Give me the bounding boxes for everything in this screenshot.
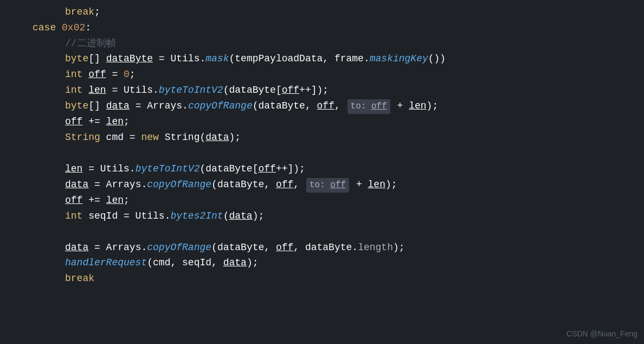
code-line-databyte: byte[] dataByte = Utils.mask(tempPayload… <box>0 51 644 67</box>
code-line-off-decl: int off = 0; <box>0 67 644 82</box>
code-line-data-decl: byte[] data = Arrays.copyOfRange(dataByt… <box>0 98 644 114</box>
kw-case: case <box>33 22 56 33</box>
code-line-off-plus2: off += len; <box>0 193 644 208</box>
code-line-len-decl: int len = Utils.byteToIntV2(dataByte[off… <box>0 82 644 98</box>
code-line-comment: //二进制帧 <box>0 36 644 52</box>
code-line-data3: data = Arrays.copyOfRange(dataByte, off,… <box>0 240 644 256</box>
code-line-blank2 <box>0 224 644 240</box>
kw-break: break <box>65 7 94 17</box>
code-line-off-plus1: off += len; <box>0 114 644 130</box>
code-line-cmd-decl: String cmd = new String(data); <box>0 130 644 145</box>
code-line-seqid: int seqId = Utils.bytes2Int(data); <box>0 208 644 224</box>
code-line-handler: handlerRequest(cmd, seqId, data); <box>0 255 644 271</box>
code-line-blank1 <box>0 145 644 161</box>
code-container: break; case 0x02: //二进制帧 byte[] dataByte… <box>0 0 644 291</box>
watermark: CSDN @Nuan_Feng <box>566 328 637 340</box>
code-line-case: case 0x02: <box>0 20 644 36</box>
code-line-data2: data = Arrays.copyOfRange(dataByte, off,… <box>0 177 644 193</box>
comment-text: //二进制帧 <box>65 38 116 49</box>
code-line-len2: len = Utils.byteToIntV2(dataByte[off++])… <box>0 161 644 177</box>
val-0x02: 0x02 <box>62 22 85 33</box>
code-line-break2: break <box>0 271 644 286</box>
code-line-break: break; <box>0 4 644 20</box>
